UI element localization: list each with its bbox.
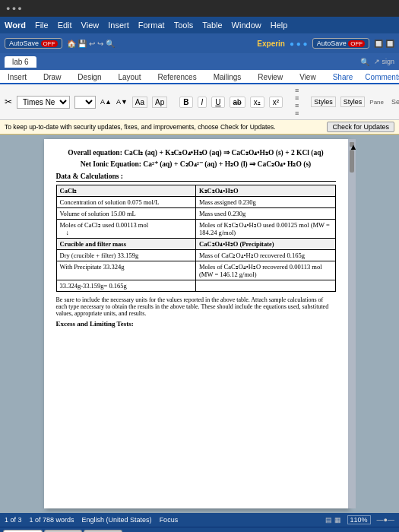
table-row: Volume of solution 15.00 mL Mass used 0.… xyxy=(56,208,335,220)
paragraph-icons: ≡ ≡ ≡ ≡ xyxy=(295,87,299,117)
scroll-thumb[interactable] xyxy=(350,150,354,173)
signin-button[interactable]: ↗ sign xyxy=(374,58,394,65)
zoom-display: 110% xyxy=(347,515,371,524)
k2-moles: Moles of K₂C₂O₄•H₂O used 0.00125 mol (MW… xyxy=(196,220,336,239)
update-bar: To keep up-to-date with security updates… xyxy=(0,120,399,135)
ribbon-content: ✂ Times New... 12 A▲ A▼ Aa Ap B I U ab x… xyxy=(0,84,399,120)
net-ionic-equation: Net Ionic Equation: Ca²⁺ (aq) + C₂O₄²⁻ (… xyxy=(56,160,336,168)
status-bar: 1 of 3 1 of 788 words English (United St… xyxy=(0,513,399,527)
zoom-slider[interactable]: —●— xyxy=(377,516,394,524)
table-row: With Precipitate 33.324g Moles of CaC₂O₄… xyxy=(56,261,335,280)
menu-edit[interactable]: Edit xyxy=(58,21,72,30)
tab-design[interactable]: Design xyxy=(74,71,104,83)
document-page: Overall equation: CaCl₂ (aq) + K₂C₂O₄•H₂… xyxy=(44,139,348,508)
doc-tab[interactable]: lab 6 xyxy=(5,56,36,68)
tab-review[interactable]: Review xyxy=(255,71,286,83)
scrollbar[interactable]: ▲ xyxy=(348,139,356,508)
menu-file[interactable]: File xyxy=(35,21,49,30)
data-table: CaCl₂ K₂C₂O₄•H₂O Concentration of soluti… xyxy=(56,185,336,292)
crucible-header: Crucible and filter mass xyxy=(56,239,196,250)
tab-layout[interactable]: Layout xyxy=(116,71,144,83)
tab-references[interactable]: References xyxy=(155,71,200,83)
subscript-button[interactable]: x₂ xyxy=(250,97,264,108)
menu-table[interactable]: Table xyxy=(202,21,222,30)
k2c2o4-header: K₂C₂O₄•H₂O xyxy=(196,185,336,197)
view-icons[interactable]: ▤ ▦ xyxy=(325,516,341,524)
table-row: 33.324g-33.159g= 0.165g xyxy=(56,280,335,292)
section-data-calc: Data & Calculations : xyxy=(56,173,336,182)
add-sheet-button[interactable]: + xyxy=(127,530,133,533)
check-updates-button[interactable]: Check for Updates xyxy=(327,122,394,132)
word-count: 1 of 788 words xyxy=(30,516,74,524)
tab-bar: lab 6 🔍 ↗ sign xyxy=(0,53,399,70)
autosave-button[interactable]: AutoSave OFF xyxy=(5,38,62,49)
menu-view[interactable]: View xyxy=(81,21,100,30)
toolbar-row1: AutoSave OFF 🏠 💾 ↩ ↪ 🔍 Experin ● ● ● Aut… xyxy=(0,33,399,53)
tab-draw[interactable]: Draw xyxy=(40,71,64,83)
cacl2-concentration: Concentration of solution 0.075 mol/L xyxy=(56,197,196,208)
ribbon-tabs: Insert Draw Design Layout References Mai… xyxy=(0,70,399,84)
mac-top-bar: ● ● ● xyxy=(0,0,399,17)
word-menubar: Word File Edit View Insert Format Tools … xyxy=(0,17,399,33)
strikethrough-button[interactable]: ab xyxy=(230,97,245,108)
italic-button[interactable]: I xyxy=(198,97,207,108)
underline-button[interactable]: U xyxy=(211,97,224,108)
precipitate-header: CaC₂O₄•H₂O (Precipitate) xyxy=(196,239,336,250)
tab-insert[interactable]: Insert xyxy=(5,71,30,83)
language-label[interactable]: English (United States) xyxy=(82,516,152,524)
sensitivity-label[interactable]: Sensitivity xyxy=(391,98,399,106)
comments-button[interactable]: Comments xyxy=(362,71,399,83)
excess-title: Excess and Limiting Tests: xyxy=(56,320,336,328)
search-icon[interactable]: 🔍 xyxy=(360,58,369,66)
menu-insert[interactable]: Insert xyxy=(108,21,129,30)
font-selector[interactable]: Times New... xyxy=(17,96,70,109)
experin-label: Experin xyxy=(257,40,285,48)
toolbar-icons: 🏠 💾 ↩ ↪ 🔍 xyxy=(67,40,115,48)
document-area: Overall equation: CaCl₂ (aq) + K₂C₂O₄•H₂… xyxy=(0,135,399,513)
menu-format[interactable]: Format xyxy=(138,21,165,30)
table-row: Concentration of solution 0.075 mol/L Ma… xyxy=(56,197,335,208)
overall-equation: Overall equation: CaCl₂ (aq) + K₂C₂O₄•H₂… xyxy=(56,148,336,157)
increase-font-icon[interactable]: A▲ xyxy=(100,98,112,106)
crucible-dry: Dry (crucible + filter) 33.159g xyxy=(56,250,196,261)
scroll-up-arrow[interactable]: ▲ xyxy=(350,142,354,147)
cut-icon[interactable]: ✂ xyxy=(5,97,12,107)
toolbar-right-icons: 🔲 🔲 xyxy=(374,40,394,48)
k2-mass-assigned: Mass assigned 0.230g xyxy=(196,197,336,208)
cacl2-header: CaCl₂ xyxy=(56,185,196,197)
cacl2-moles: Moles of CaCl₂ used 0.00113 mol ↓ xyxy=(56,220,196,239)
ap-button[interactable]: Ap xyxy=(152,97,167,108)
table-row: Moles of CaCl₂ used 0.00113 mol ↓ Moles … xyxy=(56,220,335,239)
precipitate-mass: Mass of CaC₂O₄•H₂O recovered 0.165g xyxy=(196,250,336,261)
styles2-label[interactable]: Styles xyxy=(340,97,366,107)
focus-button[interactable]: Focus xyxy=(160,516,179,524)
experin-dots: ● ● ● xyxy=(290,40,308,48)
superscript-button[interactable]: x² xyxy=(269,97,283,108)
tab-view[interactable]: View xyxy=(296,71,319,83)
menu-word[interactable]: Word xyxy=(5,21,26,30)
share-button[interactable]: Share xyxy=(330,71,356,83)
menu-tools[interactable]: Tools xyxy=(174,21,194,30)
tab-mailings[interactable]: Mailings xyxy=(211,71,245,83)
cacl2-volume: Volume of solution 15.00 mL xyxy=(56,208,196,220)
styles-label[interactable]: Styles xyxy=(311,97,336,107)
crucible-calc: 33.324g-33.159g= 0.165g xyxy=(56,280,196,292)
decrease-font-icon[interactable]: A▼ xyxy=(116,98,128,106)
table-row: Dry (crucible + filter) 33.159g Mass of … xyxy=(56,250,335,261)
menu-help[interactable]: Help xyxy=(271,21,288,30)
styles-pane-label: Pane xyxy=(369,99,384,106)
autosave2-button[interactable]: AutoSave OFF xyxy=(312,38,370,49)
k2-mass-used: Mass used 0.230g xyxy=(196,208,336,220)
aa-button[interactable]: Aa xyxy=(132,97,147,108)
mac-traffic-lights: ● ● ● xyxy=(6,5,22,12)
page-count: 1 of 3 xyxy=(5,516,22,524)
crucible-with-precipitate: With Precipitate 33.324g xyxy=(56,261,196,280)
bold-button[interactable]: B xyxy=(179,97,192,108)
precipitate-moles: Moles of CaC₂O₄•H₂O recovered 0.00113 mo… xyxy=(196,261,336,280)
sheet-tabs: Sheet1 Sheet2 Sheet3 + xyxy=(0,527,399,532)
font-size-selector[interactable]: 12 xyxy=(74,96,96,109)
menu-window[interactable]: Window xyxy=(232,21,261,30)
precipitate-empty xyxy=(196,280,336,292)
table-row: Crucible and filter mass CaC₂O₄•H₂O (Pre… xyxy=(56,239,335,250)
note-text: Be sure to include the necessary units f… xyxy=(56,296,336,317)
